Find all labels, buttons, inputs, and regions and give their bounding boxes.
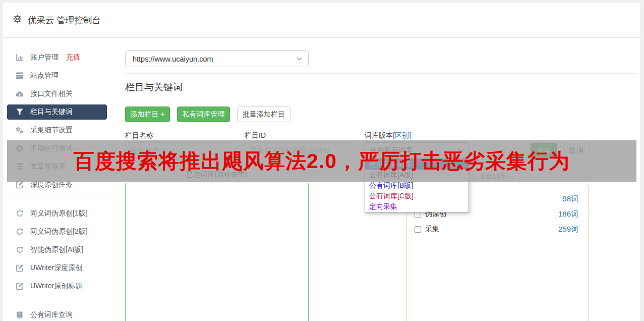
bar-chart-icon [16,54,24,62]
sidebar-item-label: 采集细节设置 [30,126,73,135]
app-header: 优采云 管理控制台 [3,3,640,38]
page-title: 优采云 管理控制台 [28,14,101,26]
edit-icon [16,181,24,189]
sidebar-item-account[interactable]: 账户管理 充值 [7,50,107,65]
refresh-icon [16,209,24,218]
menu-option-public-b[interactable]: 公有词库[B版] [365,180,469,191]
sidebar-item-columns-keywords[interactable]: 栏目与关键词 [7,104,107,120]
column-name-label: 栏目名称 [125,131,153,140]
version-diff-link[interactable]: [区别] [393,131,411,139]
chevron-down-icon [297,56,302,61]
word-count: 186词 [558,209,578,219]
sidebar-item-synonym-v1[interactable]: 同义词伪原创[1版] [7,206,107,221]
refresh-icon [16,228,24,236]
gears-icon [16,126,24,134]
sidebar-item-label: UWriter深度原创 [30,263,82,273]
thesaurus-row: 采集 259词 [415,224,578,235]
selected-thesaurus-box[interactable] [125,183,309,321]
version-label: 词库版本[区别] [365,131,411,140]
section-title: 栏目与关键词 [125,81,183,94]
sidebar-item-label: 公有词库查询 [30,310,73,319]
edit-icon [16,282,24,290]
notice-banner: 百度搜索将推出飓风算法2.0，严厉打击恶劣采集行为 [7,140,636,182]
sidebar-divider [7,198,108,198]
sidebar-item-sites[interactable]: 站点管理 [7,68,107,83]
server-icon [16,72,24,80]
sidebar-item-label: 栏目与关键词 [30,108,73,117]
site-select[interactable]: https://www.ucaiyun.com [125,50,309,67]
sidebar-item-label: 账户管理 [30,53,58,62]
recharge-badge[interactable]: 充值 [66,53,80,62]
sidebar-item-label: 智能伪原创[AI版] [30,245,83,254]
cloud-upload-icon [16,90,24,98]
sidebar-divider [7,299,108,299]
gear-icon [13,14,22,26]
sidebar-item-uwriter-title[interactable]: UWriter原创标题 [7,279,107,294]
sidebar-item-label: 站点管理 [30,71,58,80]
column-id-label: 栏目ID [245,131,266,140]
book-icon [16,311,24,319]
sidebar-item-uwriter-deep[interactable]: UWriter深度原创 [7,260,107,276]
funnel-icon [16,108,24,116]
menu-option-directed[interactable]: 定向采集 [365,201,469,212]
sidebar-item-ai-rewrite[interactable]: 智能伪原创[AI版] [7,242,107,257]
sidebar-item-label: 接口文件相关 [30,89,73,98]
sidebar-item-label: 同义词伪原创[1版] [30,209,88,218]
menu-option-public-c[interactable]: 公有词库[C版] [365,191,469,201]
sidebar-item-label: UWriter原创标题 [30,282,82,291]
edit-icon [16,264,24,272]
notice-banner-text: 百度搜索将推出飓风算法2.0，严厉打击恶劣采集行为 [74,147,570,175]
add-column-button[interactable]: 添加栏目 + [125,106,170,122]
sidebar-item-public-thesaurus[interactable]: 公有词库查询 [7,307,107,321]
sidebar-item-synonym-v2[interactable]: 同义词伪原创[2版] [7,224,107,239]
content-divider [125,73,636,74]
sidebar-item-collect-settings[interactable]: 采集细节设置 [7,123,107,138]
word-count: 259词 [558,225,578,234]
site-select-value: https://www.ucaiyun.com [133,55,213,63]
word-count: 98词 [562,194,578,204]
batch-add-button[interactable]: 批量添加栏目 [237,106,290,122]
private-thesaurus-button[interactable]: 私有词库管理 [177,106,230,122]
sidebar-item-interface-files[interactable]: 接口文件相关 [7,86,107,101]
sidebar-item-label: 同义词伪原创[2版] [30,227,88,236]
refresh-icon [16,246,24,254]
checkbox[interactable] [415,226,421,233]
